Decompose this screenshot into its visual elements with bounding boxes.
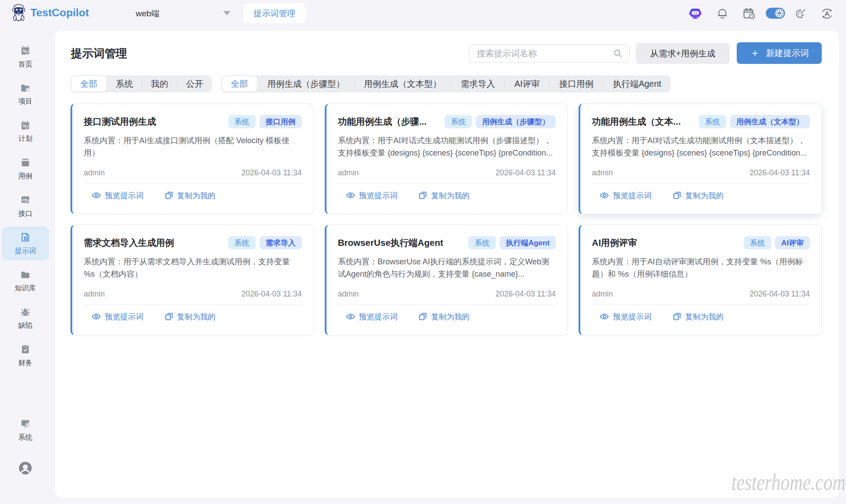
- svg-text:A: A: [825, 10, 830, 17]
- svg-text:testerhome.com: testerhome.com: [731, 470, 846, 495]
